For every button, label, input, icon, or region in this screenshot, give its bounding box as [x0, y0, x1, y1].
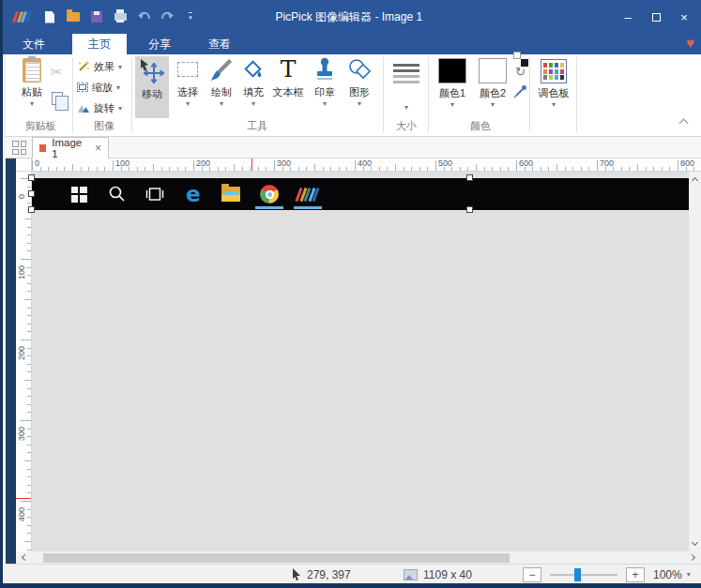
group-label-image: 图像	[77, 119, 131, 133]
move-cursor-icon	[140, 58, 164, 84]
redo-button[interactable]	[160, 9, 175, 24]
draw-tool-button[interactable]: 绘制 ▾	[205, 56, 238, 118]
status-bar: 279, 397 1109 x 40 − + 100% ▾	[6, 564, 701, 583]
zoom-slider[interactable]	[550, 574, 617, 576]
document-tab-image1[interactable]: Image 1 ×	[32, 137, 109, 158]
vertical-scrollbar[interactable]	[689, 172, 701, 551]
chevron-down-icon: ▾	[220, 100, 223, 108]
taskbar-button-edge: e	[184, 185, 203, 204]
group-label-colors: 颜色	[434, 119, 527, 133]
selection-handle[interactable]	[466, 174, 473, 181]
stamp-tool-button[interactable]: 印章 ▾	[308, 56, 342, 118]
unsaved-indicator-icon	[39, 144, 46, 152]
taskbar-button-windows-start	[69, 185, 88, 204]
select-tool-button[interactable]: 选择 ▾	[171, 56, 205, 118]
selection-handle[interactable]	[28, 206, 35, 213]
ruler-cursor-marker	[16, 498, 31, 499]
search-icon	[108, 185, 127, 204]
undo-button[interactable]	[136, 9, 151, 24]
captured-taskbar-image[interactable]: e	[32, 178, 689, 210]
close-button[interactable]: ×	[670, 5, 698, 29]
chevron-down-icon: ▾	[116, 84, 120, 92]
chevron-down-icon: ▾	[552, 101, 556, 109]
customize-qat-button[interactable]: ▾	[183, 9, 198, 24]
scroll-down-button[interactable]	[689, 537, 701, 550]
copy-button[interactable]	[52, 90, 63, 107]
new-file-button[interactable]	[42, 9, 57, 24]
chevron-down-icon: ▾	[251, 100, 255, 108]
color1-button[interactable]: 颜色1 ▾	[434, 56, 471, 118]
color1-swatch	[438, 58, 466, 83]
zoom-level[interactable]: 100% ▾	[653, 568, 691, 581]
print-icon	[114, 13, 127, 21]
line-size-button[interactable]: ▾	[389, 56, 424, 118]
reset-colors-button[interactable]: ↻	[515, 66, 526, 78]
tab-share[interactable]: 分享	[132, 34, 187, 54]
collapse-ribbon-button[interactable]	[678, 116, 688, 126]
window-layout-button[interactable]	[12, 141, 26, 155]
rotate-button[interactable]: 旋转 ▾	[77, 99, 122, 116]
rotate-icon	[77, 102, 90, 114]
chevron-down-icon: ▾	[30, 100, 34, 108]
scroll-left-button[interactable]	[18, 551, 30, 564]
cut-button[interactable]: ✂	[51, 64, 63, 81]
textbox-tool-button[interactable]: T 文本框	[269, 56, 307, 118]
brush-icon	[210, 58, 233, 83]
selection-handle[interactable]	[28, 190, 35, 197]
chevron-down-icon: ▾	[189, 12, 192, 22]
zoom-out-button[interactable]: −	[523, 567, 541, 582]
scroll-right-button[interactable]	[687, 551, 699, 564]
horizontal-scroll-thumb[interactable]	[43, 553, 510, 563]
active-app-underline	[255, 206, 283, 209]
chevron-down-icon: ▾	[323, 100, 327, 108]
save-button[interactable]	[89, 9, 104, 24]
redo-icon	[160, 11, 175, 23]
cursor-position: 279, 397	[307, 568, 351, 581]
open-file-button[interactable]	[66, 9, 81, 24]
zoom-slider-thumb[interactable]	[574, 568, 581, 581]
fill-tool-button[interactable]: 填充 ▾	[236, 56, 270, 118]
eyedropper-icon	[513, 84, 527, 98]
tab-file[interactable]: 文件	[7, 34, 61, 54]
group-label-clipboard: 剪贴板	[9, 119, 71, 133]
window-title: PicPick 图像编辑器 - Image 1	[275, 0, 422, 34]
ribbon-tab-row: 文件 主页 分享 查看 ♥	[3, 34, 701, 54]
left-frame	[6, 158, 16, 583]
close-tab-icon[interactable]: ×	[95, 142, 101, 155]
selection-handle[interactable]	[466, 206, 473, 213]
cursor-position-icon	[292, 568, 301, 580]
print-button[interactable]	[113, 9, 128, 24]
resize-button[interactable]: 缩放 ▾	[77, 79, 120, 96]
paste-button[interactable]: 粘贴 ▾	[12, 56, 52, 118]
windows-start-icon	[71, 187, 87, 203]
scissors-icon: ✂	[51, 64, 63, 81]
chrome-icon	[260, 185, 279, 204]
heart-icon[interactable]: ♥	[686, 35, 694, 51]
color2-swatch	[479, 58, 507, 83]
chevron-down-icon: ▾	[186, 100, 190, 108]
taskbar-button-search	[108, 185, 127, 204]
eyedropper-button[interactable]	[513, 84, 527, 102]
taskbar-button-file-explorer	[221, 185, 240, 204]
tab-home[interactable]: 主页	[72, 34, 127, 54]
maximize-button[interactable]	[642, 5, 670, 29]
chevron-down-icon: ▾	[118, 105, 122, 113]
palette-button[interactable]: 调色板 ▾	[533, 56, 574, 118]
group-label-tools: 工具	[135, 119, 379, 133]
shapes-tool-button[interactable]: 图形 ▾	[343, 56, 376, 118]
effects-button[interactable]: 效果 ▾	[77, 58, 122, 75]
tab-view[interactable]: 查看	[192, 34, 247, 54]
canvas-viewport[interactable]: e	[32, 172, 689, 551]
color2-button[interactable]: 颜色2 ▾	[474, 56, 511, 118]
save-icon	[91, 11, 102, 23]
stamp-icon	[314, 57, 335, 83]
zoom-in-button[interactable]: +	[626, 567, 645, 582]
move-tool-button[interactable]: 移动	[135, 56, 169, 118]
scroll-up-button[interactable]	[689, 173, 701, 186]
taskbar-button-task-view	[145, 185, 164, 204]
selection-handle[interactable]	[28, 174, 35, 181]
open-folder-icon	[67, 12, 80, 22]
minimize-button[interactable]: –	[614, 5, 642, 29]
picpick-taskbar-icon	[297, 188, 317, 202]
horizontal-scrollbar[interactable]	[16, 551, 701, 564]
